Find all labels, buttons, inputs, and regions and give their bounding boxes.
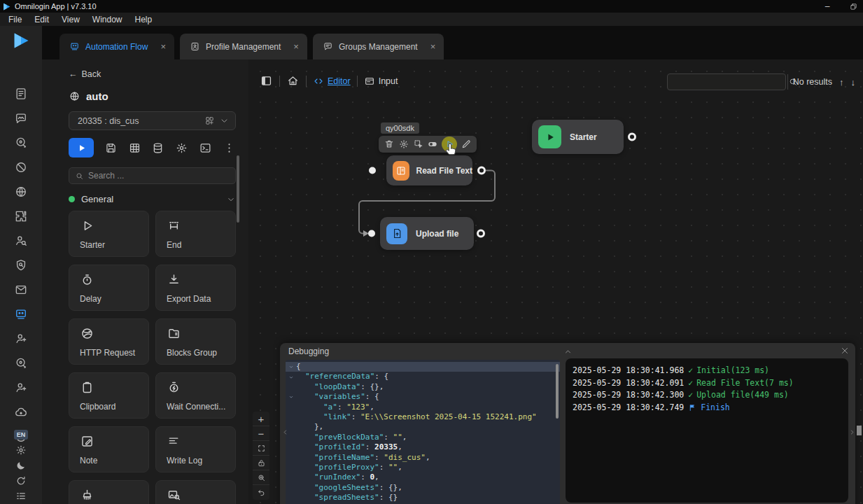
shield-search-icon[interactable]	[14, 258, 28, 272]
duplicate-select-icon[interactable]	[413, 139, 424, 150]
menu-help[interactable]: Help	[129, 15, 159, 24]
block-write-log[interactable]: Write Log	[155, 426, 236, 472]
block-end[interactable]: End	[155, 211, 236, 257]
globe-icon[interactable]	[14, 185, 28, 199]
table-icon[interactable]	[128, 141, 141, 155]
menu-edit[interactable]: Edit	[28, 15, 55, 24]
flow-canvas[interactable]: Editor Input No results ↑ ↓	[248, 59, 863, 504]
run-flow-button[interactable]	[69, 138, 94, 158]
previous-result-arrow[interactable]: ↑	[839, 77, 844, 88]
collapse-panel-icon[interactable]	[563, 347, 573, 356]
database-icon[interactable]	[151, 141, 164, 155]
moon-icon[interactable]	[15, 459, 27, 472]
json-line[interactable]: "variables": {	[286, 392, 560, 402]
input-view-link[interactable]: Input	[364, 76, 398, 87]
lock-canvas-button[interactable]	[253, 456, 269, 470]
starter-output-port[interactable]	[629, 134, 636, 140]
block-image-search[interactable]: Image Search	[155, 480, 236, 504]
panel-toggle-icon[interactable]	[260, 74, 273, 88]
disc-key-icon[interactable]	[14, 136, 28, 150]
user-add-icon[interactable]	[14, 332, 28, 346]
delete-node-icon[interactable]	[384, 139, 395, 150]
json-line[interactable]: "loopData": {},	[286, 382, 560, 392]
fold-chevron-icon[interactable]	[286, 362, 296, 372]
tab-profile-management[interactable]: Profile Management×	[180, 34, 307, 59]
fit-view-button[interactable]	[253, 441, 269, 456]
minimize-icon[interactable]: –	[823, 2, 832, 10]
block-search-input[interactable]	[88, 171, 230, 181]
settings-gear-icon[interactable]	[175, 141, 188, 155]
block-clipboard[interactable]: Clipboard	[69, 372, 149, 419]
json-line[interactable]: "profileName": "dis_cus",	[286, 453, 560, 463]
block-delay[interactable]: Delay	[69, 265, 149, 311]
zoom-in-button[interactable]: +	[253, 412, 269, 426]
node-upload-file[interactable]: Upload file	[380, 217, 474, 250]
block-http-request[interactable]: HTTP Request	[69, 318, 149, 365]
editor-view-link[interactable]: Editor	[313, 76, 351, 87]
tab-close-icon[interactable]: ×	[293, 41, 299, 52]
json-line[interactable]: "link": "E:\\Screenshot 2025-04-15 15224…	[286, 412, 560, 422]
scroll-right-icon[interactable]	[848, 428, 856, 436]
sync-icon[interactable]	[15, 475, 27, 487]
block-clear-memory[interactable]: Clear Memory	[69, 480, 149, 504]
json-line[interactable]: "referenceData": {	[286, 372, 560, 382]
block-export-data[interactable]: Export Data	[155, 265, 236, 311]
block-note[interactable]: Note	[69, 426, 149, 472]
disc-key-icon[interactable]	[14, 356, 28, 370]
block-blocks-group[interactable]: Blocks Group	[155, 318, 236, 365]
canvas-search-input[interactable]	[668, 74, 787, 90]
tab-close-icon[interactable]: ×	[430, 41, 436, 52]
menu-file[interactable]: File	[2, 15, 28, 24]
json-scrollbar[interactable]	[556, 364, 559, 419]
fold-chevron-icon[interactable]	[286, 392, 296, 402]
json-line[interactable]: "profileId": 20335,	[286, 442, 560, 452]
cloud-icon[interactable]	[14, 405, 28, 419]
save-icon[interactable]	[104, 141, 118, 155]
debug-json-viewer[interactable]: {"referenceData": {"loopData": {},"varia…	[286, 360, 560, 504]
menu-window[interactable]: Window	[86, 15, 129, 24]
language-badge[interactable]: EN	[14, 430, 29, 440]
terminal-icon[interactable]	[199, 141, 212, 155]
message-image-icon[interactable]	[14, 111, 28, 125]
tab-close-icon[interactable]: ×	[160, 41, 166, 52]
zoom-reset-button[interactable]	[253, 470, 269, 485]
app-logo-icon[interactable]	[11, 31, 31, 50]
block-wait-connecti[interactable]: Wait Connecti...	[155, 372, 236, 419]
json-line[interactable]: "profileProxy": "",	[286, 463, 560, 472]
panel-scrollbar[interactable]	[237, 155, 239, 223]
tab-automation-flow[interactable]: Automation Flow×	[59, 34, 174, 59]
menu-view[interactable]: View	[55, 15, 86, 24]
json-line[interactable]: "prevBlockData": "",	[286, 433, 560, 442]
node-starter[interactable]: Starter	[532, 120, 624, 154]
json-line[interactable]: {	[286, 362, 560, 372]
tab-groups-management[interactable]: Groups Management×	[313, 34, 444, 59]
close-debug-icon[interactable]	[840, 346, 850, 356]
upload-input-port[interactable]	[368, 230, 375, 237]
zoom-out-button[interactable]: −	[253, 426, 269, 441]
toggle-enabled-icon[interactable]	[427, 139, 438, 150]
json-line[interactable]: "a": "123",	[286, 402, 560, 412]
home-icon[interactable]	[286, 74, 300, 88]
restore-icon[interactable]	[850, 3, 857, 10]
undo-button[interactable]	[253, 485, 269, 500]
window-scrollbar-thumb[interactable]	[857, 426, 862, 435]
puzzle-icon[interactable]	[14, 209, 28, 223]
ban-icon[interactable]	[14, 160, 28, 174]
profile-select[interactable]: 20335 : dis_cus	[69, 111, 236, 130]
group-general[interactable]: General	[69, 194, 236, 204]
scroll-left-icon[interactable]	[281, 428, 289, 436]
json-line[interactable]: "runIndex": 0,	[286, 472, 560, 482]
back-button[interactable]: ←Back	[69, 69, 236, 79]
mail-icon[interactable]	[14, 283, 28, 297]
debug-log[interactable]: 2025-05-29 18:30:41.968✓Initial(123 ms)2…	[566, 358, 848, 503]
node-settings-icon[interactable]	[398, 139, 409, 150]
upload-output-port[interactable]	[478, 230, 484, 237]
settings-gear-icon[interactable]	[15, 444, 27, 456]
next-result-arrow[interactable]: ↓	[851, 77, 856, 88]
json-line[interactable]: "spreadSheets": {}	[286, 493, 560, 503]
document-icon[interactable]	[14, 87, 28, 101]
block-starter[interactable]: Starter	[69, 211, 149, 257]
json-line[interactable]: },	[286, 422, 560, 432]
json-line[interactable]: "googleSheets": {},	[286, 483, 560, 493]
user-add-icon[interactable]	[14, 381, 28, 395]
